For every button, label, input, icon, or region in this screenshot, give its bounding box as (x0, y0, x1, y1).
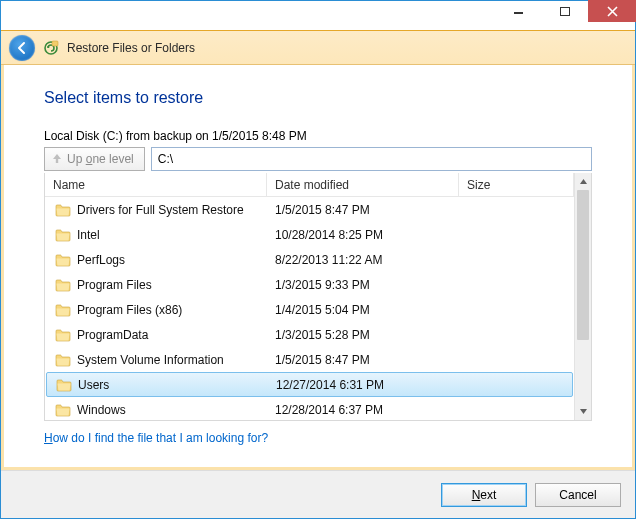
table-row[interactable]: ProgramData1/3/2015 5:28 PM (45, 322, 574, 347)
folder-icon (55, 228, 71, 242)
path-input[interactable]: C:\ (151, 147, 592, 171)
row-name: System Volume Information (77, 353, 224, 367)
scroll-track[interactable] (575, 190, 591, 403)
table-row[interactable]: Intel10/28/2014 8:25 PM (45, 222, 574, 247)
scroll-thumb[interactable] (577, 190, 589, 340)
table-row[interactable]: PerfLogs8/22/2013 11:22 AM (45, 247, 574, 272)
row-date: 1/3/2015 5:28 PM (267, 328, 459, 342)
table-row[interactable]: Program Files1/3/2015 9:33 PM (45, 272, 574, 297)
file-list: Name Date modified Size Drivers for Full… (44, 173, 592, 421)
folder-icon (55, 303, 71, 317)
wizard-window: Restore Files or Folders Select items to… (0, 0, 636, 519)
row-name: Intel (77, 228, 100, 242)
folder-icon (55, 353, 71, 367)
row-name: PerfLogs (77, 253, 125, 267)
row-name: ProgramData (77, 328, 148, 342)
rows-container: Drivers for Full System Restore1/5/2015 … (45, 197, 574, 420)
folder-icon (55, 203, 71, 217)
row-date: 8/22/2013 11:22 AM (267, 253, 459, 267)
row-date: 12/27/2014 6:31 PM (268, 378, 460, 392)
folder-icon (55, 328, 71, 342)
row-date: 12/28/2014 6:37 PM (267, 403, 459, 417)
header-title: Restore Files or Folders (67, 41, 195, 55)
close-button[interactable] (588, 0, 636, 22)
table-row[interactable]: Users12/27/2014 6:31 PM (46, 372, 573, 397)
row-name: Drivers for Full System Restore (77, 203, 244, 217)
row-date: 1/3/2015 9:33 PM (267, 278, 459, 292)
path-value: C:\ (158, 152, 173, 166)
svg-rect-0 (514, 12, 523, 14)
footer: Next Cancel (1, 470, 635, 518)
table-row[interactable]: System Volume Information1/5/2015 8:47 P… (45, 347, 574, 372)
svg-rect-3 (52, 41, 58, 46)
minimize-button[interactable] (496, 1, 542, 23)
row-date: 10/28/2014 8:25 PM (267, 228, 459, 242)
body: Select items to restore Local Disk (C:) … (1, 65, 635, 470)
row-name: Program Files (77, 278, 152, 292)
folder-icon (55, 278, 71, 292)
folder-icon (55, 403, 71, 417)
next-button[interactable]: Next (441, 483, 527, 507)
column-headers: Name Date modified Size (45, 173, 574, 197)
path-row: Up one level C:\ (44, 147, 592, 171)
row-date: 1/5/2015 8:47 PM (267, 203, 459, 217)
table-row[interactable]: Drivers for Full System Restore1/5/2015 … (45, 197, 574, 222)
up-arrow-icon (51, 152, 63, 167)
titlebar (1, 1, 635, 31)
up-label: Up one level (67, 152, 134, 166)
back-button[interactable] (9, 35, 35, 61)
row-date: 1/5/2015 8:47 PM (267, 353, 459, 367)
svg-rect-1 (561, 8, 570, 16)
folder-icon (55, 253, 71, 267)
cancel-button[interactable]: Cancel (535, 483, 621, 507)
col-size[interactable]: Size (459, 173, 574, 196)
help-link[interactable]: How do I find the file that I am looking… (44, 431, 592, 445)
page-heading: Select items to restore (44, 89, 592, 107)
scroll-up-icon[interactable] (575, 173, 591, 190)
table-row[interactable]: Windows12/28/2014 6:37 PM (45, 397, 574, 420)
restore-icon (43, 40, 59, 56)
folder-icon (56, 378, 72, 392)
row-name: Users (78, 378, 109, 392)
source-label: Local Disk (C:) from backup on 1/5/2015 … (44, 129, 592, 143)
row-name: Windows (77, 403, 126, 417)
table-row[interactable]: Program Files (x86)1/4/2015 5:04 PM (45, 297, 574, 322)
scroll-down-icon[interactable] (575, 403, 591, 420)
scrollbar[interactable] (574, 173, 591, 420)
row-date: 1/4/2015 5:04 PM (267, 303, 459, 317)
maximize-button[interactable] (542, 1, 588, 23)
up-one-level-button[interactable]: Up one level (44, 147, 145, 171)
row-name: Program Files (x86) (77, 303, 182, 317)
header-bar: Restore Files or Folders (1, 31, 635, 65)
col-name[interactable]: Name (45, 173, 267, 196)
col-date[interactable]: Date modified (267, 173, 459, 196)
